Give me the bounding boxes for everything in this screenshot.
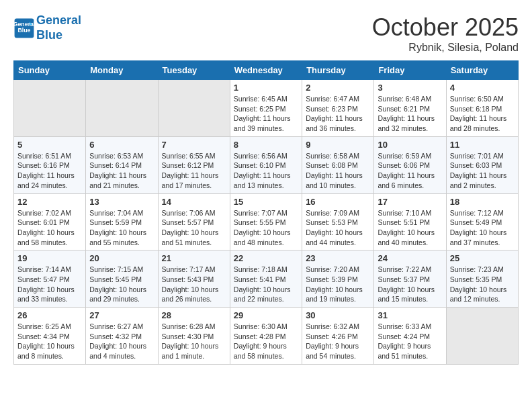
day-info: Sunrise: 6:48 AM Sunset: 6:21 PM Dayligh… (378, 94, 442, 134)
day-info: Sunrise: 7:01 AM Sunset: 6:03 PM Dayligh… (450, 151, 515, 191)
day-info: Sunrise: 6:30 AM Sunset: 4:28 PM Dayligh… (234, 322, 298, 361)
weekday-header: Friday (374, 61, 446, 80)
header: General Blue General Blue October 2025 R… (13, 13, 519, 54)
day-number: 11 (450, 140, 515, 150)
day-number: 7 (162, 140, 226, 150)
calendar-cell: 8Sunrise: 6:56 AM Sunset: 6:10 PM Daylig… (230, 136, 302, 193)
day-number: 26 (17, 310, 82, 320)
day-number: 4 (450, 83, 515, 93)
weekday-header: Sunday (14, 61, 86, 80)
day-number: 14 (162, 197, 226, 207)
calendar-cell: 1Sunrise: 6:45 AM Sunset: 6:25 PM Daylig… (230, 80, 302, 137)
calendar-cell (446, 308, 518, 365)
calendar-cell: 22Sunrise: 7:18 AM Sunset: 5:41 PM Dayli… (230, 250, 302, 308)
svg-text:Blue: Blue (17, 27, 30, 34)
day-info: Sunrise: 6:27 AM Sunset: 4:32 PM Dayligh… (89, 322, 154, 361)
calendar-cell: 17Sunrise: 7:10 AM Sunset: 5:51 PM Dayli… (374, 193, 446, 250)
calendar-cell (158, 80, 230, 137)
day-info: Sunrise: 6:47 AM Sunset: 6:23 PM Dayligh… (306, 94, 370, 134)
calendar-cell: 4Sunrise: 6:50 AM Sunset: 6:18 PM Daylig… (446, 80, 518, 137)
day-info: Sunrise: 7:17 AM Sunset: 5:43 PM Dayligh… (162, 265, 226, 304)
day-number: 27 (89, 310, 154, 320)
day-number: 8 (234, 140, 298, 150)
calendar-cell: 14Sunrise: 7:06 AM Sunset: 5:57 PM Dayli… (158, 193, 230, 250)
day-number: 19 (17, 253, 82, 263)
day-info: Sunrise: 6:28 AM Sunset: 4:30 PM Dayligh… (162, 322, 226, 361)
day-number: 20 (89, 253, 154, 263)
calendar-cell: 16Sunrise: 7:09 AM Sunset: 5:53 PM Dayli… (302, 193, 374, 250)
calendar-table: SundayMondayTuesdayWednesdayThursdayFrid… (13, 60, 519, 365)
weekday-header: Wednesday (230, 61, 302, 80)
day-info: Sunrise: 7:23 AM Sunset: 5:35 PM Dayligh… (450, 265, 515, 304)
day-number: 25 (450, 253, 515, 263)
day-info: Sunrise: 7:09 AM Sunset: 5:53 PM Dayligh… (306, 208, 370, 248)
day-info: Sunrise: 6:50 AM Sunset: 6:18 PM Dayligh… (450, 94, 515, 134)
calendar-cell: 27Sunrise: 6:27 AM Sunset: 4:32 PM Dayli… (86, 308, 158, 365)
day-number: 29 (234, 310, 298, 320)
calendar-cell: 15Sunrise: 7:07 AM Sunset: 5:55 PM Dayli… (230, 193, 302, 250)
calendar-cell (86, 80, 158, 137)
logo-general: General (36, 13, 81, 27)
day-info: Sunrise: 6:58 AM Sunset: 6:08 PM Dayligh… (306, 151, 370, 191)
calendar-cell: 25Sunrise: 7:23 AM Sunset: 5:35 PM Dayli… (446, 250, 518, 308)
calendar-cell: 30Sunrise: 6:32 AM Sunset: 4:26 PM Dayli… (302, 308, 374, 365)
page-container: General Blue General Blue October 2025 R… (0, 0, 532, 371)
calendar-cell: 11Sunrise: 7:01 AM Sunset: 6:03 PM Dayli… (446, 136, 518, 193)
day-number: 30 (306, 310, 370, 320)
day-number: 15 (234, 197, 298, 207)
day-number: 5 (17, 140, 82, 150)
calendar-cell: 23Sunrise: 7:20 AM Sunset: 5:39 PM Dayli… (302, 250, 374, 308)
day-info: Sunrise: 6:25 AM Sunset: 4:34 PM Dayligh… (17, 322, 82, 361)
day-info: Sunrise: 7:10 AM Sunset: 5:51 PM Dayligh… (378, 208, 442, 248)
logo-text: General Blue (36, 13, 81, 42)
calendar-cell: 18Sunrise: 7:12 AM Sunset: 5:49 PM Dayli… (446, 193, 518, 250)
calendar-week-row: 12Sunrise: 7:02 AM Sunset: 6:01 PM Dayli… (14, 193, 519, 250)
day-number: 13 (89, 197, 154, 207)
day-number: 18 (450, 197, 515, 207)
day-info: Sunrise: 6:56 AM Sunset: 6:10 PM Dayligh… (234, 151, 298, 191)
day-number: 23 (306, 253, 370, 263)
calendar-cell: 3Sunrise: 6:48 AM Sunset: 6:21 PM Daylig… (374, 80, 446, 137)
day-info: Sunrise: 6:59 AM Sunset: 6:06 PM Dayligh… (378, 151, 442, 191)
calendar-cell: 29Sunrise: 6:30 AM Sunset: 4:28 PM Dayli… (230, 308, 302, 365)
day-info: Sunrise: 7:18 AM Sunset: 5:41 PM Dayligh… (234, 265, 298, 304)
day-number: 28 (162, 310, 226, 320)
calendar-week-row: 1Sunrise: 6:45 AM Sunset: 6:25 PM Daylig… (14, 80, 519, 137)
day-info: Sunrise: 7:20 AM Sunset: 5:39 PM Dayligh… (306, 265, 370, 304)
day-info: Sunrise: 7:14 AM Sunset: 5:47 PM Dayligh… (17, 265, 82, 304)
day-number: 12 (17, 197, 82, 207)
day-info: Sunrise: 6:32 AM Sunset: 4:26 PM Dayligh… (306, 322, 370, 361)
day-number: 16 (306, 197, 370, 207)
calendar-cell: 20Sunrise: 7:15 AM Sunset: 5:45 PM Dayli… (86, 250, 158, 308)
location: Rybnik, Silesia, Poland (372, 42, 519, 54)
day-info: Sunrise: 6:45 AM Sunset: 6:25 PM Dayligh… (234, 94, 298, 134)
day-number: 3 (378, 83, 442, 93)
day-info: Sunrise: 7:02 AM Sunset: 6:01 PM Dayligh… (17, 208, 82, 248)
calendar-cell: 31Sunrise: 6:33 AM Sunset: 4:24 PM Dayli… (374, 308, 446, 365)
day-number: 17 (378, 197, 442, 207)
day-number: 10 (378, 140, 442, 150)
day-number: 21 (162, 253, 226, 263)
calendar-week-row: 5Sunrise: 6:51 AM Sunset: 6:16 PM Daylig… (14, 136, 519, 193)
day-info: Sunrise: 6:55 AM Sunset: 6:12 PM Dayligh… (162, 151, 226, 191)
day-info: Sunrise: 7:22 AM Sunset: 5:37 PM Dayligh… (378, 265, 442, 304)
calendar-cell: 12Sunrise: 7:02 AM Sunset: 6:01 PM Dayli… (14, 193, 86, 250)
month-title: October 2025 (372, 13, 519, 42)
logo: General Blue General Blue (13, 13, 81, 42)
day-number: 6 (89, 140, 154, 150)
day-info: Sunrise: 7:12 AM Sunset: 5:49 PM Dayligh… (450, 208, 515, 248)
day-info: Sunrise: 7:06 AM Sunset: 5:57 PM Dayligh… (162, 208, 226, 248)
logo-icon: General Blue (13, 17, 35, 39)
calendar-cell: 13Sunrise: 7:04 AM Sunset: 5:59 PM Dayli… (86, 193, 158, 250)
calendar-cell: 2Sunrise: 6:47 AM Sunset: 6:23 PM Daylig… (302, 80, 374, 137)
weekday-header: Monday (86, 61, 158, 80)
calendar-cell: 7Sunrise: 6:55 AM Sunset: 6:12 PM Daylig… (158, 136, 230, 193)
day-info: Sunrise: 7:07 AM Sunset: 5:55 PM Dayligh… (234, 208, 298, 248)
weekday-header: Saturday (446, 61, 518, 80)
calendar-cell: 26Sunrise: 6:25 AM Sunset: 4:34 PM Dayli… (14, 308, 86, 365)
day-info: Sunrise: 6:33 AM Sunset: 4:24 PM Dayligh… (378, 322, 442, 361)
calendar-cell: 5Sunrise: 6:51 AM Sunset: 6:16 PM Daylig… (14, 136, 86, 193)
weekday-header: Tuesday (158, 61, 230, 80)
calendar-cell: 10Sunrise: 6:59 AM Sunset: 6:06 PM Dayli… (374, 136, 446, 193)
title-block: October 2025 Rybnik, Silesia, Poland (372, 13, 519, 54)
